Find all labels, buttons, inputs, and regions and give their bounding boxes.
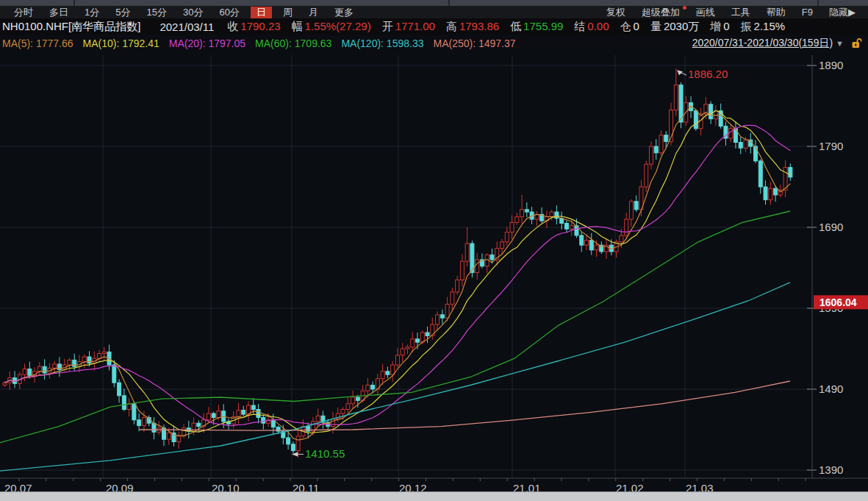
quote-field-label: 量 (650, 20, 661, 32)
trading-app-window: 分时多日1分5分15分30分60分日周月更多 复权超级叠加画线工具帮助F9隐藏▶… (0, 0, 868, 501)
menubar-item-F9[interactable]: F9 (794, 7, 821, 18)
candle-down (28, 369, 32, 376)
quote-field-value: 1771.00 (395, 20, 435, 32)
bottom-scroll-strip[interactable] (0, 491, 868, 501)
candle-up (465, 244, 469, 261)
date-range-selector[interactable]: 2020/07/31-2021/03/30(159日) (692, 37, 833, 50)
menubar-item-隐藏▶[interactable]: 隐藏▶ (821, 7, 864, 18)
quote-field-label: 高 (446, 20, 457, 32)
quote-field-value: 2.15% (754, 20, 786, 32)
candle-down (118, 383, 121, 396)
menubar-item-60分[interactable]: 60分 (211, 7, 247, 18)
window-top-strip (0, 0, 868, 6)
menubar-item-画线[interactable]: 画线 (688, 7, 723, 18)
candle-up (341, 410, 345, 414)
menubar-item-帮助[interactable]: 帮助 (758, 7, 794, 18)
quote-field-收: 收1790.23 (227, 20, 280, 34)
low-annotation: 1410.55 (305, 447, 345, 460)
quote-field-label: 振 (741, 20, 752, 32)
ma-value-250: MA(250): 1497.37 (433, 38, 515, 49)
menubar-item-周[interactable]: 周 (275, 7, 301, 18)
x-axis-label: 21.02 (616, 482, 644, 491)
tools-group: 复权超级叠加画线工具帮助F9隐藏▶ (598, 7, 868, 18)
candle-up (445, 305, 449, 319)
quote-infobar: NH0100.NHF[南华商品指数] 2021/03/11 收1790.23幅1… (0, 18, 868, 35)
quote-field-value: 0 (634, 20, 639, 32)
x-axis-label: 20.09 (106, 482, 134, 491)
candle-up (351, 397, 355, 404)
menubar-item-30分[interactable]: 30分 (175, 7, 211, 18)
quote-field-label: 收 (227, 20, 238, 32)
y-tick-label: 1790 (819, 140, 843, 152)
candle-up (501, 242, 504, 249)
candle-down (87, 357, 91, 363)
chevron-down-icon[interactable]: ▼ (836, 39, 844, 48)
menubar-item-5分[interactable]: 5分 (107, 7, 138, 18)
candle-down (426, 333, 429, 335)
candle-up (515, 217, 519, 223)
candlestick-chart-panel: 18901790169015901490139020.0720.0920.102… (0, 51, 868, 491)
quote-field-label: 低 (510, 20, 521, 32)
menubar-item-更多[interactable]: 更多 (326, 7, 362, 18)
ma-value-10: MA(10): 1792.41 (83, 38, 159, 49)
candle-up (456, 280, 459, 293)
price-badge-value: 1606.04 (819, 296, 857, 308)
menubar-item-日[interactable]: 日 (251, 7, 272, 18)
quote-field-value: 1793.86 (459, 20, 499, 32)
x-axis-label: 20.12 (399, 482, 427, 491)
symbol-name: NH0100.NHF[南华商品指数] (2, 20, 140, 34)
candle-up (744, 140, 747, 148)
low-arrowhead (292, 452, 298, 456)
candle-down (589, 241, 593, 250)
candle-down (415, 339, 419, 342)
candle-down (386, 372, 390, 374)
candle-up (406, 347, 409, 349)
ma-indicator-bar: MA(5): 1777.66MA(10): 1792.41MA(20): 179… (0, 35, 868, 51)
ma120-line (0, 283, 790, 471)
candle-down (262, 418, 265, 424)
candle-up (391, 365, 395, 374)
candle-down (490, 255, 494, 260)
candle-down (112, 365, 116, 383)
candle-up (659, 135, 663, 153)
candle-up (3, 383, 7, 385)
candle-down (739, 143, 742, 149)
quote-field-开: 开1771.00 (382, 20, 435, 34)
candle-down (774, 188, 778, 195)
candle-down (564, 224, 568, 230)
menubar-item-15分[interactable]: 15分 (138, 7, 174, 18)
candle-down (356, 397, 359, 400)
candle-down (242, 411, 245, 415)
candle-down (197, 423, 201, 426)
menubar-item-工具[interactable]: 工具 (723, 7, 758, 18)
candle-down (43, 366, 46, 373)
unlock-icon[interactable] (851, 38, 862, 49)
menubar-item-月[interactable]: 月 (301, 7, 326, 18)
candle-up (53, 364, 57, 369)
x-axis-label: 21.01 (513, 482, 541, 491)
menubar-item-复权[interactable]: 复权 (598, 7, 634, 18)
top-strip-divider (448, 0, 450, 6)
candle-up (510, 222, 514, 232)
ma-value-20: MA(20): 1797.05 (169, 38, 245, 49)
candle-up (381, 372, 384, 379)
candle-up (629, 202, 633, 219)
candle-down (754, 146, 758, 161)
menubar-item-多日[interactable]: 多日 (41, 7, 76, 18)
ma250-line (140, 381, 790, 430)
menubar-item-超级叠加[interactable]: 超级叠加 (634, 7, 688, 18)
quote-field-label: 增 (710, 20, 721, 32)
top-strip-divider (817, 0, 819, 6)
ma10-line (5, 111, 791, 433)
candle-up (395, 355, 399, 365)
quote-date: 2021/03/11 (159, 21, 214, 33)
menubar-item-分时[interactable]: 分时 (6, 7, 41, 18)
chart-canvas[interactable]: 18901790169015901490139020.0720.0920.102… (0, 51, 868, 491)
candle-up (68, 360, 71, 365)
y-tick-label: 1690 (819, 221, 843, 233)
candle-up (520, 210, 524, 217)
menubar-item-1分[interactable]: 1分 (76, 7, 107, 18)
candle-up (37, 366, 41, 372)
quote-fields: 收1790.23幅1.55%(27.29)开1771.00高1793.86低17… (227, 20, 796, 34)
candle-down (664, 135, 668, 142)
